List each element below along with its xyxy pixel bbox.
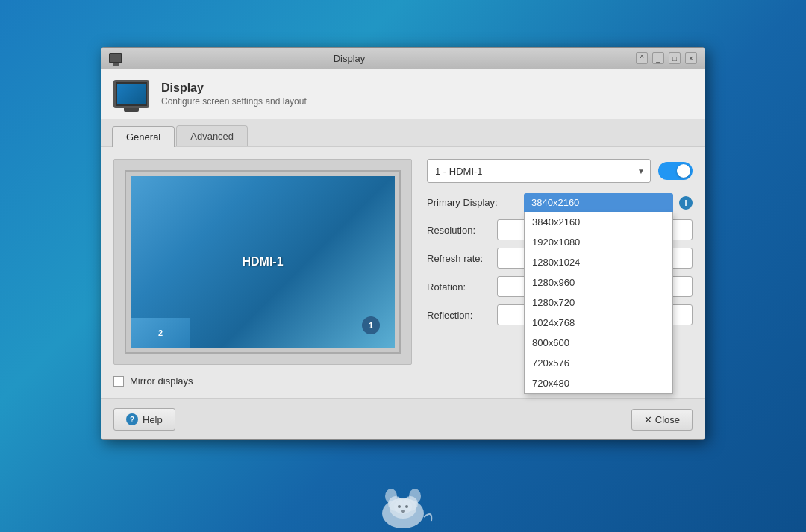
titlebar-left xyxy=(109,53,122,63)
titlebar-controls: ^ _ □ × xyxy=(636,52,697,64)
resolution-dropdown-container: 3840x2160 3840x2160 1920x1080 1280x1024 … xyxy=(524,193,673,212)
titlebar-app-icon xyxy=(109,53,122,63)
maximize-button[interactable]: _ xyxy=(652,52,664,64)
titlebar: Display ^ _ □ × xyxy=(101,48,705,69)
tab-advanced[interactable]: Advanced xyxy=(176,125,248,146)
svg-point-8 xyxy=(405,505,408,508)
header-subtitle: Configure screen settings and layout xyxy=(161,96,307,107)
refresh-rate-label: Refresh rate: xyxy=(427,253,497,264)
monitor-screen: HDMI-1 1 2 xyxy=(131,176,395,348)
mascot xyxy=(373,480,433,532)
settings-panel: 1 - HDMI-1 ▼ Primary Display: 3840x2160 … xyxy=(427,159,693,387)
close-label: ✕ Close xyxy=(644,414,680,425)
monitor-toggle[interactable] xyxy=(658,162,693,180)
resolution-dropdown-list: 3840x2160 1920x1080 1280x1024 1280x960 1… xyxy=(524,212,673,394)
mirror-displays-row: Mirror displays xyxy=(113,375,412,387)
minimize-button[interactable]: ^ xyxy=(636,52,648,64)
resolution-option-6[interactable]: 800x600 xyxy=(525,333,672,353)
preview-container: HDMI-1 1 2 xyxy=(113,159,412,365)
resolution-label: Resolution: xyxy=(427,225,497,236)
restore-button[interactable]: □ xyxy=(669,52,681,64)
mirror-displays-label: Mirror displays xyxy=(130,375,193,387)
resolution-option-0[interactable]: 3840x2160 xyxy=(525,212,672,232)
monitor-badge-2[interactable]: 2 xyxy=(131,318,190,348)
primary-display-row: Primary Display: 3840x2160 3840x2160 192… xyxy=(427,193,693,212)
resolution-option-8[interactable]: 720x480 xyxy=(525,373,672,393)
resolution-option-1[interactable]: 1920x1080 xyxy=(525,232,672,252)
primary-display-info-icon[interactable]: i xyxy=(679,196,693,210)
monitor-frame: HDMI-1 1 2 xyxy=(125,170,401,354)
help-button[interactable]: ? Help xyxy=(113,408,175,431)
tab-general[interactable]: General xyxy=(112,126,175,147)
monitor-select-row: 1 - HDMI-1 ▼ xyxy=(427,159,693,183)
svg-point-9 xyxy=(401,510,405,513)
tabs-bar: General Advanced xyxy=(101,119,705,147)
dialog-window: Display ^ _ □ × Display Configure screen… xyxy=(101,47,705,440)
header-title: Display xyxy=(161,81,307,95)
help-label: Help xyxy=(143,414,163,425)
reflection-label: Reflection: xyxy=(427,310,497,321)
rotation-label: Rotation: xyxy=(427,281,497,292)
monitor-badge-1[interactable]: 1 xyxy=(362,316,380,334)
svg-point-7 xyxy=(398,505,401,508)
resolution-option-2[interactable]: 1280x1024 xyxy=(525,252,672,272)
monitor-screen-label: HDMI-1 xyxy=(242,255,283,269)
monitor-select-wrapper: 1 - HDMI-1 ▼ xyxy=(427,159,651,183)
monitor-badge-2-block: 2 xyxy=(131,318,190,348)
primary-display-label: Primary Display: xyxy=(427,197,524,208)
resolution-option-5[interactable]: 1024x768 xyxy=(525,313,672,333)
mirror-displays-checkbox[interactable] xyxy=(113,376,124,387)
svg-point-6 xyxy=(409,489,421,504)
resolution-option-4[interactable]: 1280x720 xyxy=(525,292,672,313)
resolution-option-7[interactable]: 720x576 xyxy=(525,353,672,373)
monitor-select[interactable]: 1 - HDMI-1 xyxy=(427,159,651,183)
close-button[interactable]: ✕ Close xyxy=(631,409,693,431)
dialog-footer: ? Help ✕ Close xyxy=(101,398,705,439)
display-icon xyxy=(113,80,149,108)
dialog-header: Display Configure screen settings and la… xyxy=(101,69,705,119)
resolution-selected-value: 3840x2160 xyxy=(531,197,579,208)
content-area: HDMI-1 1 2 Mirror displays xyxy=(101,147,705,398)
window-title: Display xyxy=(63,53,636,64)
close-button[interactable]: × xyxy=(685,52,697,64)
header-text: Display Configure screen settings and la… xyxy=(161,81,307,107)
resolution-option-3[interactable]: 1280x960 xyxy=(525,272,672,292)
display-preview-panel: HDMI-1 1 2 Mirror displays xyxy=(113,159,412,387)
svg-point-5 xyxy=(385,489,397,504)
help-icon: ? xyxy=(126,413,138,425)
resolution-dropdown-trigger[interactable]: 3840x2160 xyxy=(524,193,673,212)
